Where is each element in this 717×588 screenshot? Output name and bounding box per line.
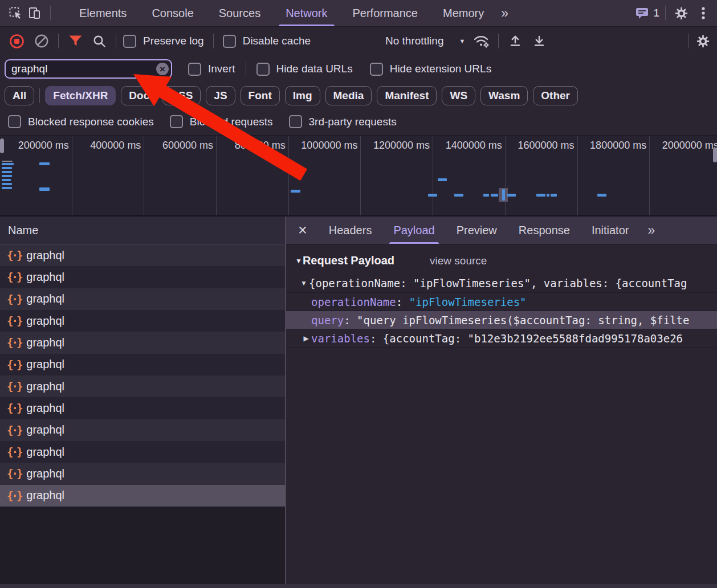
network-toolbar: Preserve log Disable cache No throttling…: [0, 27, 717, 55]
table-row[interactable]: {·}graphql: [0, 441, 285, 463]
payload-text-segment: variables: [311, 332, 370, 345]
timeline-drag-handle[interactable]: [713, 148, 717, 162]
checkbox-icon[interactable]: [289, 115, 302, 128]
invert-checkbox[interactable]: [188, 63, 201, 76]
invert-toggle[interactable]: Invert: [188, 63, 235, 76]
hide-data-urls-toggle[interactable]: Hide data URLs: [256, 63, 353, 76]
hide-data-urls-checkbox[interactable]: [256, 63, 270, 76]
type-filter-ws[interactable]: WS: [442, 86, 475, 105]
kebab-menu-icon[interactable]: [696, 3, 710, 23]
import-har-icon[interactable]: [506, 31, 525, 51]
waterfall-bar: [39, 162, 50, 165]
type-filter-js[interactable]: JS: [206, 86, 235, 105]
preserve-log-checkbox[interactable]: [123, 35, 136, 48]
preserve-log-toggle[interactable]: Preserve log: [123, 35, 204, 48]
details-tab-response[interactable]: Response: [508, 217, 581, 244]
request-payload-section-header[interactable]: ▼ Request Payload view source: [295, 254, 717, 267]
name-column-header[interactable]: Name: [0, 217, 285, 244]
more-tabs-icon[interactable]: »: [496, 7, 513, 20]
type-filter-wasm[interactable]: Wasm: [480, 86, 528, 105]
disable-cache-checkbox[interactable]: [223, 35, 236, 48]
table-row[interactable]: {·}graphql: [0, 244, 285, 266]
type-filter-doc[interactable]: Doc: [121, 86, 157, 105]
type-filter-img[interactable]: Img: [285, 86, 320, 105]
expanded-triangle-icon[interactable]: ▼: [299, 279, 309, 287]
disable-cache-toggle[interactable]: Disable cache: [223, 35, 311, 48]
details-tab-headers[interactable]: Headers: [318, 217, 383, 244]
table-row[interactable]: {·}graphql: [0, 375, 285, 397]
details-tab-preview[interactable]: Preview: [446, 217, 508, 244]
table-row[interactable]: {·}graphql: [0, 266, 285, 288]
checkbox-icon[interactable]: [8, 115, 21, 128]
table-row[interactable]: {·}graphql: [0, 354, 285, 375]
details-tab-initiator[interactable]: Initiator: [581, 217, 640, 244]
table-row[interactable]: {·}graphql: [0, 463, 285, 484]
toolbar-divider: [246, 62, 246, 76]
chevron-down-icon: ▼: [459, 38, 465, 44]
table-row[interactable]: {·}graphql: [0, 310, 285, 332]
table-row[interactable]: {·}graphql: [0, 485, 285, 507]
details-tab-payload[interactable]: Payload: [382, 217, 445, 244]
network-conditions-icon[interactable]: [472, 31, 491, 51]
request-name: graphql: [26, 380, 64, 393]
window-bottom-edge: [0, 584, 717, 588]
main-tab-memory[interactable]: Memory: [430, 0, 496, 26]
view-source-link[interactable]: view source: [430, 255, 487, 267]
payload-tree-row[interactable]: operationName: "ipFlowTimeseries": [286, 292, 717, 311]
table-row[interactable]: {·}graphql: [0, 419, 285, 441]
collapsed-triangle-icon[interactable]: ▶: [301, 334, 311, 342]
hide-extension-urls-checkbox[interactable]: [370, 63, 383, 76]
timeline-drag-handle[interactable]: [0, 138, 4, 153]
main-tab-sources[interactable]: Sources: [206, 0, 273, 26]
checkbox-icon[interactable]: [170, 115, 183, 128]
table-row[interactable]: {·}graphql: [0, 288, 285, 310]
payload-text-segment: : {accountTag: "b12e3b2192ee5588fdad9951…: [370, 332, 683, 345]
table-row[interactable]: {·}graphql: [0, 397, 285, 419]
more-detail-tabs-icon[interactable]: »: [643, 224, 659, 237]
fetch-xhr-icon: {·}: [7, 249, 21, 262]
type-filter-other[interactable]: Other: [533, 86, 578, 105]
clear-network-log-button[interactable]: [32, 31, 51, 51]
request-name: graphql: [26, 489, 64, 502]
clear-filter-icon[interactable]: ×: [156, 63, 169, 75]
filter-funnel-icon[interactable]: [66, 31, 85, 51]
payload-tree-row[interactable]: ▶variables: {accountTag: "b12e3b2192ee55…: [286, 329, 717, 347]
payload-tree-row[interactable]: ▼{operationName: "ipFlowTimeseries", var…: [286, 274, 717, 292]
type-filter-media[interactable]: Media: [325, 86, 372, 105]
record-network-log-button[interactable]: [7, 31, 26, 51]
payload-tree-row[interactable]: query: "query ipFlowTimeseries($accountT…: [286, 311, 717, 329]
advanced-filters-row: Blocked response cookiesBlocked requests…: [0, 108, 717, 135]
type-filter-all[interactable]: All: [5, 86, 34, 105]
search-icon[interactable]: [89, 31, 109, 51]
hide-extension-urls-toggle[interactable]: Hide extension URLs: [370, 63, 491, 76]
network-settings-gear-icon[interactable]: [693, 31, 712, 51]
blocked-response-cookies-toggle[interactable]: Blocked response cookies: [8, 115, 154, 128]
type-filter-css[interactable]: CSS: [162, 86, 201, 105]
details-tab-strip: HeadersPayloadPreviewResponseInitiator: [318, 217, 640, 244]
throttling-value: No throttling: [385, 35, 443, 47]
device-toolbar-icon[interactable]: [25, 3, 44, 23]
fetch-xhr-icon: {·}: [7, 424, 21, 436]
throttling-select[interactable]: No throttling ▼: [385, 35, 465, 47]
3rd-party-requests-toggle[interactable]: 3rd-party requests: [289, 115, 397, 128]
blocked-requests-toggle[interactable]: Blocked requests: [170, 115, 273, 128]
main-tab-elements[interactable]: Elements: [67, 0, 139, 26]
console-messages-badge[interactable]: 1: [635, 7, 659, 19]
type-filter-manifest[interactable]: Manifest: [377, 86, 437, 105]
export-har-icon[interactable]: [529, 31, 549, 51]
settings-gear-icon[interactable]: [671, 3, 691, 23]
type-filter-fetch-xhr[interactable]: Fetch/XHR: [45, 86, 116, 105]
type-filter-font[interactable]: Font: [241, 86, 280, 105]
close-details-icon[interactable]: ×: [286, 223, 318, 238]
fetch-xhr-icon: {·}: [7, 315, 21, 327]
waterfall-bar: [536, 194, 545, 197]
table-row[interactable]: {·}graphql: [0, 332, 285, 353]
request-name: graphql: [26, 292, 64, 305]
inspect-element-icon[interactable]: [6, 3, 25, 23]
network-overview-timeline[interactable]: 200000 ms400000 ms600000 ms800000 ms1000…: [0, 135, 717, 217]
preserve-log-label: Preserve log: [143, 35, 204, 47]
main-tab-console[interactable]: Console: [139, 0, 206, 26]
main-tab-performance[interactable]: Performance: [340, 0, 431, 26]
filter-input[interactable]: [5, 59, 172, 79]
main-tab-network[interactable]: Network: [273, 0, 340, 26]
